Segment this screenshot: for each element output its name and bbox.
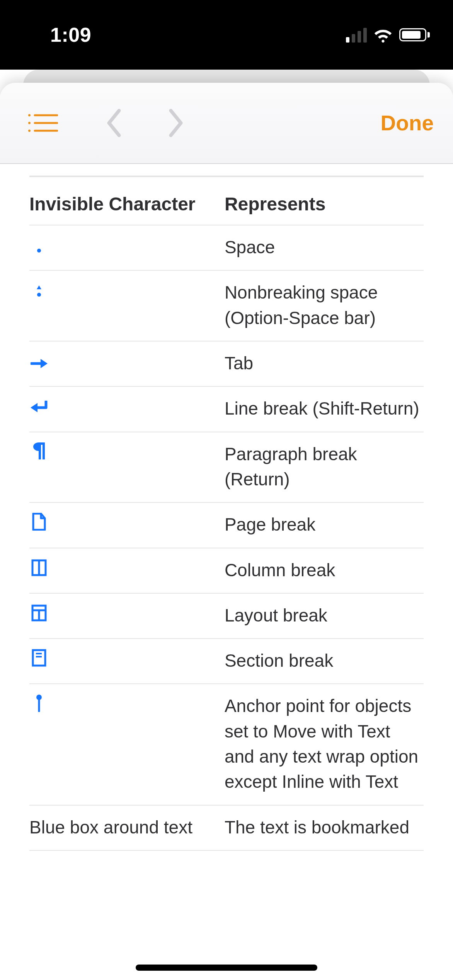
status-time: 1:09 <box>50 23 91 46</box>
content-area: Invisible Character Represents Space <box>0 164 453 851</box>
table-header-col1: Invisible Character <box>29 186 225 225</box>
table-cell-represents: The text is bookmarked <box>225 805 424 850</box>
table-row: Tab <box>29 341 424 386</box>
table-row: Nonbreaking space (Option-Space bar) <box>29 270 424 341</box>
modal-sheet: Done Invisible Character Represents <box>0 83 453 980</box>
section-break-icon <box>29 649 49 667</box>
table-row: Anchor point for objects set to Move wit… <box>29 684 424 805</box>
table-row: Line break (Shift-Return) <box>29 386 424 432</box>
table-cell-represents: Nonbreaking space (Option-Space bar) <box>225 270 424 341</box>
home-indicator[interactable] <box>136 965 317 971</box>
table-row: Space <box>29 225 424 270</box>
page-break-icon <box>29 513 49 531</box>
line-break-icon <box>29 401 49 415</box>
device-frame: 1:09 <box>0 0 453 980</box>
table-row: Blue box around text The text is bookmar… <box>29 805 424 850</box>
table-cell-represents: Line break (Shift-Return) <box>225 386 424 432</box>
layout-break-icon <box>29 604 49 621</box>
wifi-icon <box>373 27 393 43</box>
chevron-left-icon[interactable] <box>104 108 124 138</box>
battery-icon <box>399 28 430 41</box>
svg-marker-10 <box>41 359 48 368</box>
svg-rect-17 <box>33 650 45 666</box>
svg-marker-11 <box>31 403 37 412</box>
table-cell-represents: Paragraph break (Return) <box>225 432 424 503</box>
svg-point-1 <box>28 122 31 124</box>
nav-arrows <box>104 108 186 138</box>
svg-point-6 <box>37 249 41 253</box>
space-dot-icon <box>29 248 49 253</box>
nbsp-icon <box>29 285 49 299</box>
cellular-signal-icon <box>346 27 367 43</box>
table-header-col2: Represents <box>225 186 424 225</box>
table-cell-represents: Page break <box>225 502 424 548</box>
table-cell-represents: Space <box>225 225 424 270</box>
svg-point-0 <box>28 114 31 116</box>
table-cell-represents: Anchor point for objects set to Move wit… <box>225 684 424 805</box>
anchor-point-icon <box>29 694 49 712</box>
column-break-icon <box>29 559 49 576</box>
table-of-contents-button[interactable] <box>27 111 58 135</box>
table-cell-represents: Tab <box>225 341 424 386</box>
table-row: Layout break <box>29 593 424 639</box>
table-cell-represents: Column break <box>225 548 424 593</box>
navbar: Done <box>0 83 453 164</box>
table-row: Paragraph break (Return) <box>29 432 424 503</box>
done-button[interactable]: Done <box>381 111 434 135</box>
svg-point-8 <box>37 293 41 297</box>
table-cell-represents: Section break <box>225 639 424 684</box>
table-row: Section break <box>29 639 424 684</box>
pilcrow-icon <box>29 442 49 460</box>
table-cell-represents: Layout break <box>225 593 424 639</box>
table-cell-invisible: Blue box around text <box>29 817 192 837</box>
table-row: Column break <box>29 548 424 593</box>
table-row: Page break <box>29 502 424 548</box>
tab-arrow-icon <box>29 358 49 369</box>
invisible-characters-table: Invisible Character Represents Space <box>29 186 424 851</box>
divider <box>29 176 424 177</box>
status-icons <box>346 27 430 43</box>
svg-marker-7 <box>37 285 41 289</box>
chevron-right-icon[interactable] <box>166 108 186 138</box>
svg-point-2 <box>28 130 31 132</box>
status-bar: 1:09 <box>0 0 453 70</box>
